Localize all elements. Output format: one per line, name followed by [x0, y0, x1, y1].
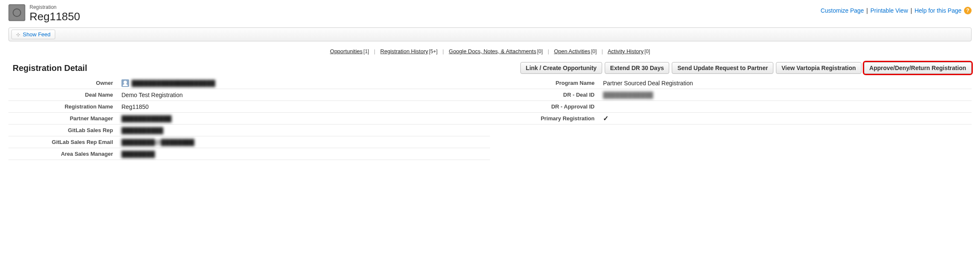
value-primary-registration: ✓: [600, 113, 972, 124]
help-icon[interactable]: ?: [964, 7, 972, 14]
help-link[interactable]: Help for this Page: [915, 7, 961, 14]
printable-view-link[interactable]: Printable View: [870, 7, 908, 14]
related-activity-history[interactable]: Activity History: [608, 48, 643, 54]
header-left: Registration Reg11850: [8, 4, 80, 23]
title-block: Registration Reg11850: [30, 4, 80, 23]
field-deal-name: Deal Name Demo Test Registration: [8, 89, 490, 101]
related-registration-history[interactable]: Registration History: [380, 48, 428, 54]
label-owner: Owner: [8, 78, 118, 88]
label-registration-name: Registration Name: [8, 102, 118, 111]
checkmark-icon: ✓: [603, 114, 608, 122]
header-links: Customize Page | Printable View | Help f…: [821, 4, 972, 14]
right-column: Program Name Partner Sourced Deal Regist…: [490, 77, 972, 160]
label-area-sales-manager: Area Sales Manager: [8, 149, 118, 159]
related-google-docs[interactable]: Google Docs, Notes, & Attachments: [449, 48, 536, 54]
detail-grid: Owner ████████████████████ Deal Name Dem…: [8, 77, 972, 160]
customize-page-link[interactable]: Customize Page: [821, 7, 864, 14]
field-primary-registration: Primary Registration ✓: [490, 113, 972, 125]
related-open-activities[interactable]: Open Activities: [554, 48, 590, 54]
field-gitlab-sales-rep: GitLab Sales Rep ██████████: [8, 125, 490, 136]
label-gitlab-sales-rep: GitLab Sales Rep: [8, 125, 118, 135]
label-dr-deal-id: DR - Deal ID: [490, 90, 600, 100]
record-type-label: Registration: [30, 4, 80, 10]
related-open-activities-count: [0]: [591, 49, 597, 54]
show-feed-button[interactable]: ⊹ Show Feed: [11, 30, 55, 39]
related-registration-history-count: [5+]: [429, 49, 437, 54]
approve-deny-return-button[interactable]: Approve/Deny/Return Registration: [864, 62, 972, 74]
field-owner: Owner ████████████████████: [8, 77, 490, 89]
extend-dr-button[interactable]: Extend DR 30 Days: [605, 62, 670, 74]
value-dr-approval-id: [600, 105, 972, 108]
label-partner-manager: Partner Manager: [8, 114, 118, 123]
value-owner: ████████████████████: [118, 78, 490, 89]
label-primary-registration: Primary Registration: [490, 114, 600, 123]
field-gitlab-sales-rep-email: GitLab Sales Rep Email ████████@████████: [8, 136, 490, 148]
field-area-sales-manager: Area Sales Manager ████████: [8, 148, 490, 160]
feed-icon: ⊹: [16, 32, 20, 38]
safe-icon: [8, 4, 25, 21]
detail-buttons: Link / Create Opportunity Extend DR 30 D…: [520, 62, 972, 74]
label-program-name: Program Name: [490, 78, 600, 88]
field-program-name: Program Name Partner Sourced Deal Regist…: [490, 77, 972, 89]
related-links: Opportunities[1] | Registration History[…: [8, 45, 972, 62]
view-vartopia-button[interactable]: View Vartopia Registration: [776, 62, 861, 74]
value-registration-name: Reg11850: [118, 102, 490, 112]
field-registration-name: Registration Name Reg11850: [8, 101, 490, 113]
related-activity-history-count: [0]: [644, 49, 650, 54]
page-header: Registration Reg11850 Customize Page | P…: [8, 4, 972, 23]
field-dr-approval-id: DR - Approval ID: [490, 101, 972, 113]
label-dr-approval-id: DR - Approval ID: [490, 102, 600, 111]
field-partner-manager: Partner Manager ████████████: [8, 113, 490, 125]
label-deal-name: Deal Name: [8, 90, 118, 100]
related-opportunities[interactable]: Opportunities: [330, 48, 363, 54]
send-update-request-button[interactable]: Send Update Request to Partner: [672, 62, 773, 74]
left-column: Owner ████████████████████ Deal Name Dem…: [8, 77, 490, 160]
value-deal-name: Demo Test Registration: [118, 90, 490, 100]
value-gitlab-sales-rep: ██████████: [118, 125, 490, 136]
value-partner-manager: ████████████: [118, 114, 490, 124]
link-create-opportunity-button[interactable]: Link / Create Opportunity: [520, 62, 602, 74]
person-icon[interactable]: [121, 79, 129, 87]
feed-bar: ⊹ Show Feed: [8, 27, 972, 41]
show-feed-label: Show Feed: [23, 31, 51, 38]
related-google-docs-count: [0]: [537, 49, 543, 54]
record-name: Reg11850: [30, 10, 80, 23]
value-gitlab-sales-rep-email: ████████@████████: [118, 137, 490, 147]
value-area-sales-manager: ████████: [118, 149, 490, 159]
detail-header: Registration Detail Link / Create Opport…: [8, 62, 972, 74]
section-title: Registration Detail: [8, 63, 87, 73]
value-dr-deal-id: ████████████: [600, 90, 972, 100]
label-gitlab-sales-rep-email: GitLab Sales Rep Email: [8, 137, 118, 147]
field-dr-deal-id: DR - Deal ID ████████████: [490, 89, 972, 101]
value-program-name: Partner Sourced Deal Registration: [600, 78, 972, 88]
related-opportunities-count: [1]: [363, 49, 369, 54]
